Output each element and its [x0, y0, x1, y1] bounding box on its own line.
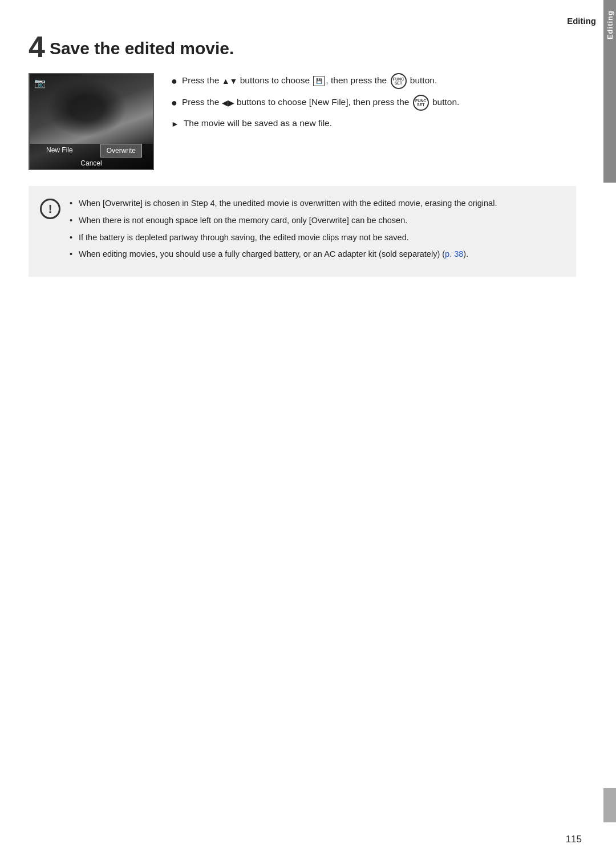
warning-content: When [Overwrite] is chosen in Step 4, th… — [70, 197, 497, 265]
camera-screen-bg: 📷 New File Overwrite Cancel — [30, 74, 153, 169]
save-file-icon: 💾 — [313, 76, 325, 86]
side-tab: Editing — [603, 0, 616, 183]
instruction-1-text: Press the ▲▼ buttons to choose 💾, then p… — [182, 73, 437, 89]
screen-menu-cancel[interactable]: Cancel — [74, 158, 108, 169]
instruction-2: ● Press the ◀▶ buttons to choose [New Fi… — [171, 95, 576, 111]
warning-list: When [Overwrite] is chosen in Step 4, th… — [70, 197, 497, 261]
warning-item-1: When [Overwrite] is chosen in Step 4, th… — [70, 197, 497, 210]
screen-menu-overwrite[interactable]: Overwrite — [100, 144, 142, 158]
side-tab-text: Editing — [606, 10, 614, 39]
screen-menu-top-row: New File Overwrite — [30, 144, 153, 158]
page-link[interactable]: p. 38 — [445, 249, 463, 259]
instruction-2-text: Press the ◀▶ buttons to choose [New File… — [182, 95, 460, 111]
screen-menu-new-file[interactable]: New File — [40, 144, 79, 158]
bullet-1: ● — [171, 74, 177, 89]
page-number: 115 — [566, 834, 582, 845]
bottom-right-tab — [603, 788, 616, 822]
screen-menu-bottom-row: Cancel — [30, 158, 153, 169]
func-set-button-1: FUNCSET — [391, 73, 407, 89]
warning-item-4: When editing movies, you should use a fu… — [70, 248, 497, 261]
step-header: 4 Save the edited movie. — [29, 34, 576, 62]
step-number: 4 — [29, 32, 45, 62]
animal-silhouette — [47, 80, 127, 137]
section-label: Editing — [567, 16, 596, 26]
step-title: Save the edited movie. — [50, 39, 234, 58]
content-row: 📷 New File Overwrite Cancel ● — [29, 73, 576, 170]
bullet-2: ● — [171, 95, 177, 111]
arrow-updown-icon: ▲▼ — [222, 76, 238, 86]
screen-menu: New File Overwrite Cancel — [30, 144, 153, 169]
warning-box: ! When [Overwrite] is chosen in Step 4, … — [29, 186, 576, 277]
warning-icon-wrap: ! — [40, 199, 60, 219]
camera-screen: 📷 New File Overwrite Cancel — [29, 73, 154, 170]
triangle-bullet: ► — [171, 118, 179, 130]
arrow-leftright-icon: ◀▶ — [222, 98, 234, 107]
warning-item-2: When there is not enough space left on t… — [70, 215, 497, 227]
warning-item-3: If the battery is depleted partway throu… — [70, 232, 497, 244]
screen-icon-top-left: 📷 — [34, 78, 46, 88]
main-content: 4 Save the edited movie. 📷 New File Over… — [0, 0, 616, 300]
func-set-button-2: FUNCSET — [413, 95, 429, 111]
warning-icon: ! — [40, 199, 60, 219]
instructions: ● Press the ▲▼ buttons to choose 💾, then… — [171, 73, 576, 136]
instruction-3-text: The movie will be saved as a new file. — [184, 116, 332, 130]
instruction-1: ● Press the ▲▼ buttons to choose 💾, then… — [171, 73, 576, 89]
instruction-3: ► The movie will be saved as a new file. — [171, 116, 576, 130]
